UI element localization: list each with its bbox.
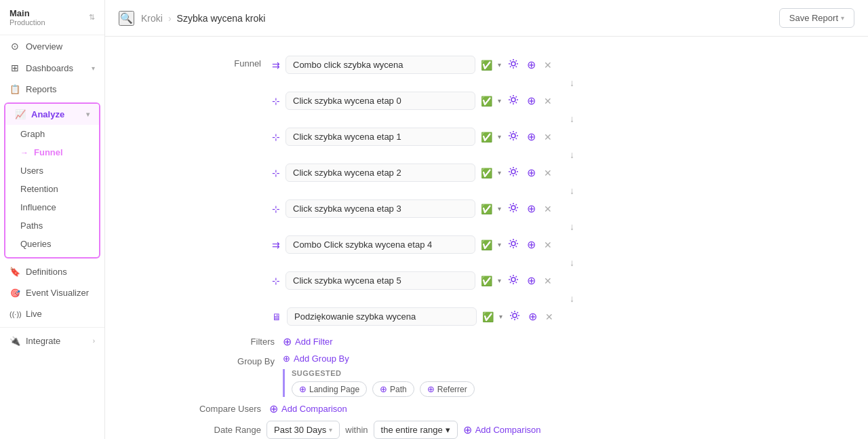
step-1-remove-button[interactable]: ✕ bbox=[542, 58, 553, 72]
suggested-tags: ⊕ Landing Page ⊕ Path ⊕ Referrer bbox=[292, 381, 475, 397]
step-5-name[interactable]: Click szybka wycena etap 3 bbox=[285, 199, 475, 218]
sidebar-label-retention: Retention bbox=[20, 184, 58, 194]
step-4-add-button[interactable]: ⊕ bbox=[526, 165, 537, 180]
add-filter-plus-icon: ⊕ bbox=[283, 335, 292, 348]
step-4-remove-button[interactable]: ✕ bbox=[542, 166, 553, 180]
step-6-name[interactable]: Combo Click szybka wycena etap 4 bbox=[285, 235, 475, 254]
step-2-dropdown-icon[interactable]: ▾ bbox=[498, 97, 501, 104]
date-add-comparison-button[interactable]: ⊕ Add Comparison bbox=[463, 423, 541, 436]
svg-point-1 bbox=[511, 98, 515, 102]
sidebar-item-event-visualizer[interactable]: 🎯 Event Visualizer bbox=[0, 282, 104, 303]
step-3-add-button[interactable]: ⊕ bbox=[526, 129, 537, 145]
sidebar-item-paths[interactable]: Paths bbox=[12, 216, 99, 235]
step-7-remove-button[interactable]: ✕ bbox=[542, 274, 553, 288]
funnel-section: Funnel ⇉ Combo click szybka wycena ✅ ▾ ⊕ bbox=[220, 53, 852, 328]
step-1-name[interactable]: Combo click szybka wycena bbox=[285, 56, 475, 74]
add-filter-button[interactable]: ⊕ Add Filter bbox=[283, 335, 333, 348]
suggested-tag-path[interactable]: ⊕ Path bbox=[372, 381, 414, 397]
step-7-settings-button[interactable] bbox=[507, 273, 520, 289]
sidebar-header: Main Production ⇅ bbox=[0, 0, 104, 35]
funnel-step-2: ⊹ Click szybka wycena etap 0 ✅ ▾ ⊕ ✕ bbox=[272, 89, 852, 113]
save-report-button[interactable]: Save Report ▾ bbox=[779, 8, 854, 28]
step-2-name[interactable]: Click szybka wycena etap 0 bbox=[285, 92, 475, 110]
step-6-settings-button[interactable] bbox=[507, 237, 520, 253]
step-8-name[interactable]: Podziękowanie szybka wycena bbox=[287, 307, 477, 326]
compare-users-row: Compare Users ⊕ Add Comparison bbox=[180, 402, 852, 415]
suggested-tag-referrer[interactable]: ⊕ Referrer bbox=[420, 381, 475, 397]
step-2-add-button[interactable]: ⊕ bbox=[526, 93, 537, 109]
date-range-type-select[interactable]: the entire range ▾ bbox=[374, 421, 458, 439]
step-8-remove-button[interactable]: ✕ bbox=[544, 310, 555, 324]
step-3-dropdown-icon[interactable]: ▾ bbox=[498, 133, 501, 140]
sidebar-item-retention[interactable]: Retention bbox=[12, 180, 99, 198]
step-2-settings-button[interactable] bbox=[507, 93, 520, 109]
step-3-settings-button[interactable] bbox=[507, 129, 520, 145]
main-content: 🔍 Kroki › Szybka wycena kroki Save Repor… bbox=[105, 0, 868, 439]
search-button[interactable]: 🔍 bbox=[119, 11, 134, 26]
step-6-add-button[interactable]: ⊕ bbox=[526, 237, 537, 252]
step-3-remove-button[interactable]: ✕ bbox=[542, 130, 553, 144]
sidebar-divider bbox=[0, 327, 104, 328]
compare-users-label: Compare Users bbox=[180, 404, 261, 414]
step-5-remove-button[interactable]: ✕ bbox=[542, 202, 553, 216]
sidebar-label-reports: Reports bbox=[26, 84, 57, 94]
sidebar-item-integrate[interactable]: 🔌 Integrate › bbox=[0, 330, 104, 351]
sidebar-item-influence[interactable]: Influence bbox=[12, 198, 99, 216]
sidebar-item-live[interactable]: ((·)) Live bbox=[0, 303, 104, 324]
add-comparison-button[interactable]: ⊕ Add Comparison bbox=[269, 402, 347, 415]
suggested-box: SUGGESTED ⊕ Landing Page ⊕ Path ⊕ Referr bbox=[283, 369, 475, 397]
sidebar-item-overview[interactable]: ⊙ Overview bbox=[0, 35, 104, 57]
step-2-icon: ⊹ bbox=[272, 96, 280, 107]
step-8-dropdown-icon[interactable]: ▾ bbox=[499, 313, 502, 320]
funnel-step-8: 🖥 Podziękowanie szybka wycena ✅ ▾ ⊕ ✕ bbox=[272, 305, 852, 328]
step-7-add-button[interactable]: ⊕ bbox=[526, 273, 537, 288]
sidebar-item-analyze[interactable]: 📈 Analyze ▾ bbox=[5, 104, 99, 125]
breadcrumb: Kroki › Szybka wycena kroki bbox=[141, 13, 265, 24]
step-6-dropdown-icon[interactable]: ▾ bbox=[498, 241, 501, 248]
step-6-remove-button[interactable]: ✕ bbox=[542, 238, 553, 252]
step-3-check-icon: ✅ bbox=[481, 132, 492, 142]
step-8-add-button[interactable]: ⊕ bbox=[527, 309, 538, 324]
step-1-add-button[interactable]: ⊕ bbox=[526, 57, 537, 73]
tag-path-plus-icon: ⊕ bbox=[380, 384, 387, 394]
step-8-settings-button[interactable] bbox=[508, 309, 521, 325]
step-connector-7: ↓ bbox=[292, 292, 852, 305]
svg-point-3 bbox=[511, 170, 515, 174]
step-5-add-button[interactable]: ⊕ bbox=[526, 201, 537, 216]
sidebar-label-funnel: Funnel bbox=[34, 147, 63, 157]
sidebar-item-users[interactable]: Users bbox=[12, 161, 99, 180]
step-2-check-icon: ✅ bbox=[481, 96, 492, 107]
funnel-step-4: ⊹ Click szybka wycena etap 2 ✅ ▾ ⊕ ✕ bbox=[272, 161, 852, 185]
add-comparison-label: Add Comparison bbox=[281, 404, 347, 414]
step-3-name[interactable]: Click szybka wycena etap 1 bbox=[285, 128, 475, 146]
sidebar-item-reports[interactable]: 📋 Reports bbox=[0, 79, 104, 100]
within-label: within bbox=[345, 425, 368, 435]
sidebar-item-graph[interactable]: Graph bbox=[12, 125, 99, 143]
step-5-settings-button[interactable] bbox=[507, 201, 520, 217]
breadcrumb-current: Szybka wycena kroki bbox=[177, 13, 266, 24]
step-2-remove-button[interactable]: ✕ bbox=[542, 94, 553, 108]
date-range-select[interactable]: Past 30 Days ▾ bbox=[267, 421, 340, 439]
sidebar-item-queries[interactable]: Queries bbox=[12, 235, 99, 253]
sidebar-item-definitions[interactable]: 🔖 Definitions bbox=[0, 261, 104, 282]
step-4-name[interactable]: Click szybka wycena etap 2 bbox=[285, 164, 475, 182]
step-7-name[interactable]: Click szybka wycena etap 5 bbox=[285, 271, 475, 290]
tag-referrer-label: Referrer bbox=[437, 385, 467, 394]
svg-point-6 bbox=[511, 278, 515, 282]
step-5-dropdown-icon[interactable]: ▾ bbox=[498, 205, 501, 212]
add-groupby-button[interactable]: ⊕ Add Group By bbox=[283, 354, 475, 364]
sidebar-item-funnel[interactable]: → Funnel bbox=[12, 143, 99, 161]
step-1-settings-button[interactable] bbox=[507, 57, 520, 73]
sidebar-label-paths: Paths bbox=[20, 221, 43, 231]
date-range-row: Date Range Past 30 Days ▾ within the ent… bbox=[180, 421, 852, 439]
suggested-tag-landing-page[interactable]: ⊕ Landing Page bbox=[292, 381, 367, 397]
step-7-dropdown-icon[interactable]: ▾ bbox=[498, 277, 501, 284]
step-4-dropdown-icon[interactable]: ▾ bbox=[498, 169, 501, 176]
sidebar: Main Production ⇅ ⊙ Overview ⊞ Dashboard… bbox=[0, 0, 105, 439]
sidebar-item-dashboards[interactable]: ⊞ Dashboards ▾ bbox=[0, 57, 104, 79]
step-connector-4: ↓ bbox=[292, 185, 852, 197]
step-4-settings-button[interactable] bbox=[507, 165, 520, 181]
step-1-dropdown-icon[interactable]: ▾ bbox=[498, 61, 501, 69]
save-report-arrow-icon: ▾ bbox=[841, 14, 844, 22]
analyze-arrow-icon: ▾ bbox=[86, 111, 90, 118]
